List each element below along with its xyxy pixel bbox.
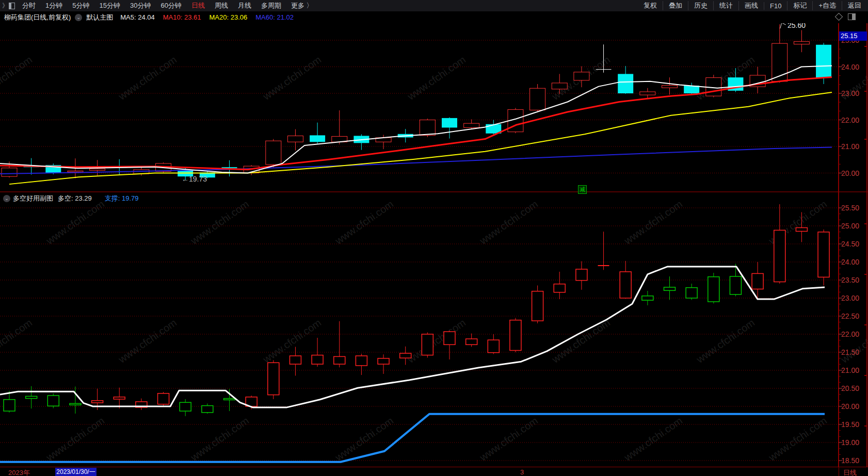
period-tab-3[interactable]: 15分钟 xyxy=(99,1,120,10)
candle-body-sub xyxy=(620,272,631,298)
candle-body-main xyxy=(420,120,435,136)
period-tab-10[interactable]: 更多 〉 xyxy=(291,1,313,10)
axis-divider xyxy=(839,467,839,476)
candle-body-sub xyxy=(400,353,411,358)
period-tab-0[interactable]: 分时 xyxy=(22,1,36,10)
candle-body-sub xyxy=(356,356,367,366)
candle-body-sub xyxy=(158,393,169,404)
candle-body-main xyxy=(618,74,633,93)
period-tab-2[interactable]: 5分钟 xyxy=(72,1,89,10)
period-tab-1[interactable]: 1分钟 xyxy=(45,1,62,10)
candle-body-sub xyxy=(686,288,697,298)
candle-body-sub xyxy=(70,403,81,405)
period-tab-9[interactable]: 多周期 xyxy=(261,1,281,10)
bottom-bar: 2023年 2023/01/30/一 3 日线 xyxy=(0,467,868,476)
kline-chart-canvas[interactable] xyxy=(0,0,868,476)
title-bar: 柳药集团(日线,前复权) ⌄ 默认主图 MA5: 24.04MA10: 23.6… xyxy=(0,11,868,23)
duokong-value: 多空: 23.29 xyxy=(58,194,92,203)
candle-body-sub xyxy=(730,276,741,294)
main-chart-style-label[interactable]: 默认主图 xyxy=(86,13,113,22)
tool-button-3[interactable]: 统计 xyxy=(713,1,738,10)
tool-button-0[interactable]: 复权 xyxy=(638,1,663,10)
sub-indicator-name[interactable]: 多空好用副图 xyxy=(13,194,53,203)
candle-body-sub xyxy=(26,396,37,398)
candle-body-sub xyxy=(290,356,301,364)
candle-body-sub xyxy=(378,358,389,364)
stock-trading-app: www.cfchi.comwww.cfchi.comwww.cfchi.comw… xyxy=(0,0,868,476)
candle-body-main xyxy=(310,135,325,142)
candle-body-sub xyxy=(92,401,103,403)
candle-body-main xyxy=(794,42,809,44)
tool-button-5[interactable]: F10 xyxy=(764,2,787,10)
diamond-icon[interactable] xyxy=(835,13,843,21)
candle-body-sub xyxy=(752,273,763,289)
ma-label-2: MA20: 23.06 xyxy=(210,13,248,21)
candle-body-main xyxy=(530,88,545,110)
period-toolbar: 》 分时1分钟5分钟15分钟30分钟60分钟日线周线月线多周期更多 〉 复权叠加… xyxy=(0,0,868,12)
candle-body-sub xyxy=(554,284,565,292)
period-tabs: 分时1分钟5分钟15分钟30分钟60分钟日线周线月线多周期更多 〉 xyxy=(22,1,323,10)
split-view-icon[interactable] xyxy=(848,13,856,20)
candle-body-main xyxy=(266,141,281,165)
tool-button-8[interactable]: 返回 xyxy=(842,1,867,10)
candle-body-sub xyxy=(664,287,676,290)
ma-label-0: MA5: 24.04 xyxy=(120,13,155,21)
support-line xyxy=(0,414,825,462)
ma20-line xyxy=(9,92,832,184)
collapse-panel-icon[interactable]: 》 xyxy=(2,2,15,10)
candle-body-sub xyxy=(4,400,15,411)
selected-date-label: 2023/01/30/一 xyxy=(55,468,97,476)
candle-body-main xyxy=(2,168,17,176)
period-tab-7[interactable]: 周线 xyxy=(215,1,228,10)
period-tab-8[interactable]: 月线 xyxy=(238,1,251,10)
period-tab-6[interactable]: 日线 xyxy=(191,1,205,10)
candle-body-main xyxy=(90,169,105,170)
candle-body-sub xyxy=(532,291,543,321)
tool-button-2[interactable]: 历史 xyxy=(688,1,713,10)
sub-indicator-header: ⌄ 多空好用副图 多空: 23.29 支撑: 19.79 xyxy=(3,194,139,203)
tool-button-7[interactable]: +自选 xyxy=(812,1,842,10)
candle-body-sub xyxy=(796,228,807,232)
candle-body-sub xyxy=(774,230,785,282)
chevron-down-icon[interactable]: ⌄ xyxy=(3,195,10,202)
candle-body-sub xyxy=(224,399,235,400)
candle-body-main xyxy=(287,136,303,142)
period-tab-5[interactable]: 60分钟 xyxy=(160,1,181,10)
month-tick-label: 3 xyxy=(520,468,524,476)
candle-body-sub xyxy=(180,402,191,411)
candle-body-main xyxy=(662,86,678,88)
chevrons-icon: 》 xyxy=(2,2,8,10)
candle-body-main xyxy=(816,45,831,78)
period-indicator: 日线 xyxy=(843,468,857,476)
candle-body-sub xyxy=(268,363,279,395)
stock-title: 柳药集团(日线,前复权) xyxy=(4,13,71,22)
candle-body-sub xyxy=(422,334,433,355)
candle-body-sub xyxy=(510,320,521,351)
tool-button-6[interactable]: 标记 xyxy=(787,1,812,10)
tool-button-1[interactable]: 叠加 xyxy=(663,1,688,10)
zhicheng-value: 支撑: 19.79 xyxy=(105,194,139,203)
ma-label-3: MA60: 21.02 xyxy=(255,13,294,21)
candle-body-sub xyxy=(444,332,455,344)
candle-body-main xyxy=(464,123,479,127)
candle-body-sub xyxy=(202,406,213,413)
candle-body-main xyxy=(552,83,567,89)
period-tab-4[interactable]: 30分钟 xyxy=(130,1,151,10)
candle-body-sub xyxy=(818,232,829,277)
ma-label-1: MA10: 23.61 xyxy=(163,13,201,21)
candle-body-main xyxy=(68,171,83,172)
candle-body-sub xyxy=(466,339,477,344)
candle-body-sub xyxy=(114,397,125,399)
ma60-line xyxy=(0,147,832,174)
candle-body-main xyxy=(640,92,655,95)
chevron-down-icon[interactable]: ⌄ xyxy=(75,14,82,21)
candle-body-sub xyxy=(708,277,719,302)
tool-button-4[interactable]: 画线 xyxy=(738,1,764,10)
panel-icon xyxy=(9,3,15,9)
candle-body-sub xyxy=(334,356,345,364)
year-label: 2023年 xyxy=(8,468,30,476)
candle-body-main xyxy=(442,118,457,128)
toolbar-buttons: 复权叠加历史统计画线F10标记+自选返回 xyxy=(638,0,867,11)
ma-legend: MA5: 24.04MA10: 23.61MA20: 23.06MA60: 21… xyxy=(120,13,302,21)
candle-body-main xyxy=(574,72,589,80)
